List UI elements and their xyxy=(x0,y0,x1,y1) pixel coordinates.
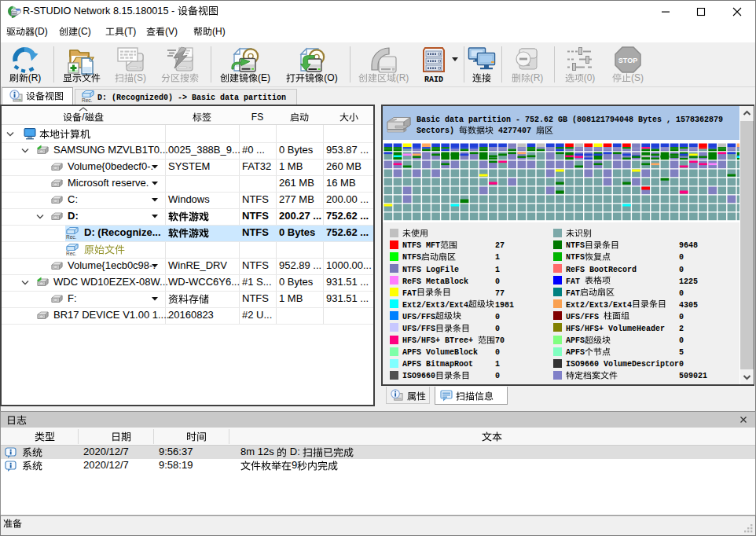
svg-text:STOP: STOP xyxy=(618,57,637,64)
svg-text:Rec.: Rec. xyxy=(82,97,93,103)
svg-text:Rec.: Rec. xyxy=(66,234,77,240)
svg-text:Rec.: Rec. xyxy=(66,251,77,256)
